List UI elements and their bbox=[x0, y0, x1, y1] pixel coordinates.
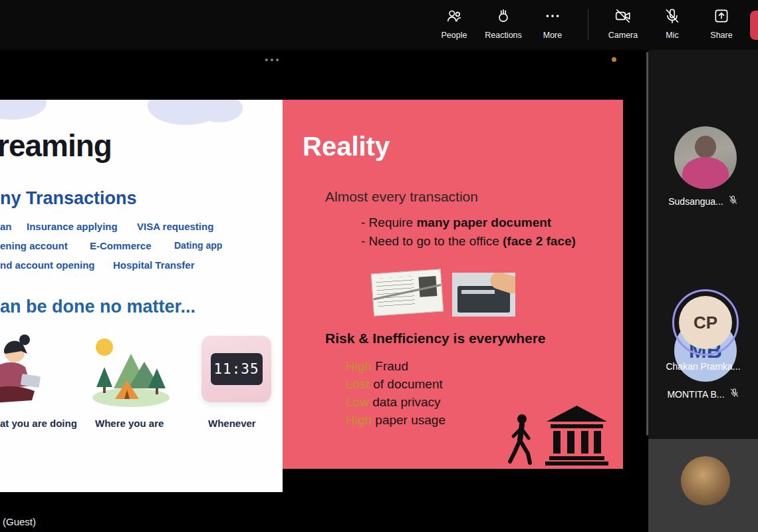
orange-dot bbox=[612, 57, 616, 62]
scanner-slot bbox=[461, 290, 495, 294]
window-options-icon[interactable]: ••• bbox=[265, 54, 281, 65]
participants-scrollbar[interactable] bbox=[646, 52, 648, 436]
avatar: CP bbox=[679, 296, 732, 349]
transactions-row-3: nd account opening Hospital Transfer bbox=[0, 259, 283, 273]
tx-item: Insurance applying bbox=[27, 221, 118, 232]
shared-screen-stage: ••• reaming ny Transactions an Insurance… bbox=[0, 50, 648, 532]
scanner-photo bbox=[452, 273, 515, 317]
bullet-item: - Require many paper document bbox=[361, 214, 580, 231]
camera-off-icon bbox=[614, 7, 632, 27]
slide-tagline: an be done no matter... bbox=[0, 297, 195, 317]
risk-item: High paper usage bbox=[346, 411, 445, 429]
meeting-toolbar: People Reactions More bbox=[0, 0, 758, 50]
mic-button[interactable]: Mic bbox=[650, 7, 694, 40]
participant-tile-chakan[interactable]: CP Chakan Pramka... bbox=[648, 273, 758, 372]
caption-doing: at you are doing bbox=[0, 418, 77, 429]
reactions-label: Reactions bbox=[485, 31, 522, 40]
mic-muted-icon bbox=[729, 388, 739, 400]
mic-label: Mic bbox=[666, 31, 678, 40]
participants-panel: Sudsangua... MB MONTITA B... bbox=[648, 50, 758, 532]
participant-tile-sudsangua[interactable]: Sudsangua... bbox=[648, 80, 758, 176]
more-button[interactable]: More bbox=[531, 7, 574, 40]
clock-illustration: 11:35 bbox=[201, 336, 271, 402]
camera-button[interactable]: Camera bbox=[601, 7, 645, 40]
participant-tile-partial[interactable] bbox=[648, 439, 758, 532]
share-screen-icon bbox=[713, 7, 730, 27]
avatar-initials: CP bbox=[694, 313, 717, 333]
person-laptop-illustration bbox=[0, 334, 51, 410]
reality-title: Reality bbox=[303, 132, 390, 162]
more-icon bbox=[544, 7, 561, 27]
participant-name: Chakan Pramka... bbox=[666, 361, 740, 372]
more-label: More bbox=[543, 31, 562, 40]
people-icon bbox=[445, 7, 463, 27]
bank-icon bbox=[545, 406, 608, 466]
tx-item: Dating app bbox=[174, 240, 222, 251]
cloud-decoration bbox=[0, 100, 47, 120]
speaking-ring: CP bbox=[672, 289, 739, 356]
clock-display: 11:35 bbox=[211, 353, 263, 385]
slide-right-panel: Reality Almost every transaction - Requi… bbox=[283, 100, 623, 469]
tx-item: E-Commerce bbox=[90, 240, 152, 251]
people-button[interactable]: People bbox=[432, 7, 476, 40]
people-label: People bbox=[442, 31, 467, 40]
share-button[interactable]: Share bbox=[699, 7, 743, 40]
transactions-row-2: ening account E-Commerce Dating app bbox=[0, 240, 283, 253]
mic-off-icon bbox=[664, 7, 681, 27]
bullet-item: - Need to go to the office (face 2 face) bbox=[361, 233, 580, 249]
avatar-head bbox=[695, 136, 716, 158]
document-photo bbox=[371, 269, 443, 316]
raised-hand-icon bbox=[495, 7, 512, 27]
presenter-guest-label: (Guest) bbox=[3, 516, 36, 527]
risk-title: Risk & Inefficiency is everywhere bbox=[325, 331, 546, 346]
risk-item: High Fraud bbox=[346, 357, 445, 375]
reality-bullet-list: - Require many paper document - Need to … bbox=[361, 214, 580, 251]
camera-label: Camera bbox=[608, 31, 638, 40]
slide-subtitle-left: ny Transactions bbox=[0, 188, 137, 209]
avatar bbox=[681, 456, 730, 505]
risk-list: High Fraud Lost of document Low data pri… bbox=[346, 357, 445, 429]
participant-tile-montita[interactable]: MB MONTITA B... bbox=[648, 176, 758, 273]
caption-where: Where you are bbox=[95, 418, 164, 429]
nature-illustration bbox=[90, 334, 173, 408]
toolbar-divider bbox=[588, 9, 588, 40]
reactions-button[interactable]: Reactions bbox=[481, 7, 525, 40]
share-label: Share bbox=[710, 31, 732, 40]
tx-item: nd account opening bbox=[0, 259, 95, 271]
risk-item: Lost of document bbox=[346, 375, 445, 393]
walking-person-icon bbox=[507, 414, 535, 466]
slide-left-panel: reaming ny Transactions an Insurance app… bbox=[0, 100, 283, 492]
tx-item: ening account bbox=[0, 240, 68, 251]
clock-time: 11:35 bbox=[213, 361, 259, 377]
leave-button[interactable] bbox=[750, 11, 758, 40]
participant-name: MONTITA B... bbox=[667, 389, 724, 400]
caption-whenever: Whenever bbox=[208, 418, 256, 429]
transactions-row-1: an Insurance applying VISA requesting bbox=[0, 221, 283, 234]
tx-item: Hospital Transfer bbox=[113, 259, 195, 271]
tx-item: an bbox=[0, 221, 12, 232]
reality-intro: Almost every transaction bbox=[325, 189, 478, 205]
slide-title-left: reaming bbox=[0, 128, 112, 164]
risk-item: Low data privacy bbox=[346, 393, 445, 411]
tx-item: VISA requesting bbox=[137, 221, 213, 232]
